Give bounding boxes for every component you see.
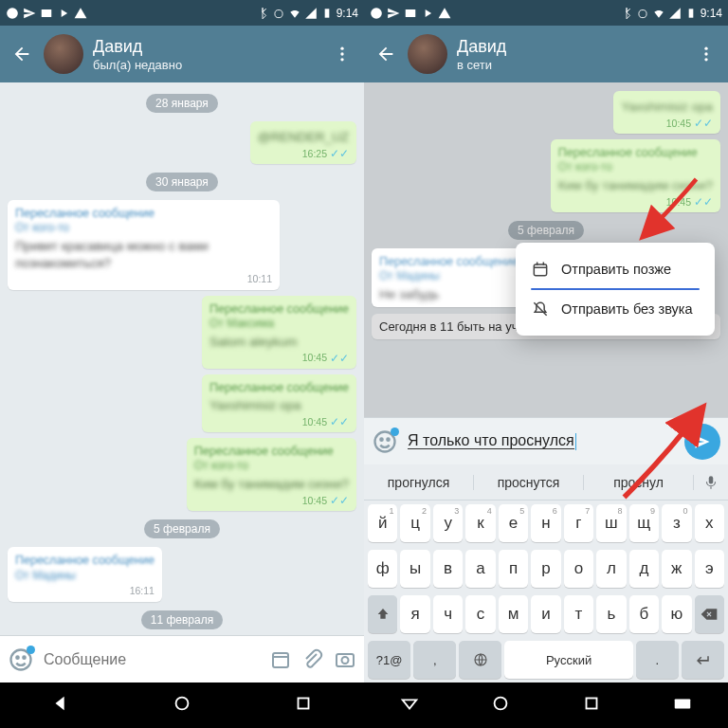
- key-comma[interactable]: ,: [413, 641, 456, 679]
- date-chip: 11 февраля: [8, 610, 356, 629]
- key-б[interactable]: б: [629, 595, 659, 633]
- key-shift[interactable]: [368, 595, 397, 633]
- mic-button[interactable]: [694, 474, 728, 491]
- key-ч[interactable]: ч: [433, 595, 463, 633]
- key-ц[interactable]: ц2: [400, 504, 429, 542]
- key-п[interactable]: п: [499, 550, 528, 588]
- chat-title[interactable]: Давид: [457, 37, 694, 57]
- svg-point-24: [380, 438, 382, 440]
- message-in[interactable]: Пересланное сообщениеОт Мадины16:11: [8, 547, 162, 601]
- bt-icon: [620, 7, 633, 20]
- chat-header: Давид в сети: [364, 26, 728, 82]
- compose-bar: [0, 635, 364, 682]
- chat-title[interactable]: Давид: [93, 37, 330, 57]
- key-е[interactable]: е5: [499, 504, 528, 542]
- message-input[interactable]: Я только что проснулся: [408, 432, 675, 450]
- clock: 9:14: [337, 7, 358, 20]
- suggestion[interactable]: проснутся: [474, 475, 584, 490]
- back-button[interactable]: [373, 44, 398, 64]
- key-space[interactable]: Русский: [504, 641, 632, 679]
- svg-point-25: [387, 438, 389, 440]
- key-с[interactable]: с: [465, 595, 495, 633]
- key-э[interactable]: э: [695, 550, 724, 588]
- key-ы[interactable]: ы: [400, 550, 429, 588]
- svg-rect-22: [534, 264, 546, 276]
- message-in[interactable]: Пересланное сообщениеОт МадиныНе забудь: [372, 248, 526, 306]
- signal-icon: [668, 7, 682, 20]
- avatar[interactable]: [44, 34, 83, 74]
- key-ь[interactable]: ь: [596, 595, 626, 633]
- read-icon: ✓✓: [694, 118, 713, 129]
- key-backspace[interactable]: [695, 595, 724, 633]
- nav-back[interactable]: [399, 693, 420, 718]
- nav-back[interactable]: [50, 693, 71, 718]
- key-ю[interactable]: ю: [662, 595, 691, 633]
- svg-point-20: [704, 52, 707, 55]
- key-н[interactable]: н6: [531, 504, 560, 542]
- key-з[interactable]: з0: [662, 504, 691, 542]
- suggestion[interactable]: прогнулся: [364, 475, 474, 490]
- svg-rect-11: [337, 654, 354, 666]
- key-ф[interactable]: ф: [368, 550, 397, 588]
- key-о[interactable]: о: [564, 550, 593, 588]
- message-out[interactable]: Yaxshimisiz opa10:45✓✓: [613, 91, 720, 134]
- key-я[interactable]: я: [400, 595, 429, 633]
- emoji-button[interactable]: [372, 428, 398, 455]
- phone-left: 9:14 Давид был(а) недавно 28 января @REN…: [0, 0, 364, 728]
- alarm-icon: [636, 7, 649, 20]
- key-period[interactable]: .: [636, 641, 679, 679]
- key-х[interactable]: х: [695, 504, 724, 542]
- message-out[interactable]: Пересланное сообщениеОт кого-тоКим бу та…: [551, 139, 720, 212]
- attach-button[interactable]: [301, 648, 324, 671]
- key-г[interactable]: г7: [564, 504, 593, 542]
- avatar[interactable]: [408, 34, 447, 74]
- key-к[interactable]: к4: [465, 504, 495, 542]
- suggestion[interactable]: проснул: [584, 475, 694, 490]
- send-later-item[interactable]: Отправить позже: [516, 250, 715, 288]
- nav-home[interactable]: [490, 693, 511, 718]
- nav-home[interactable]: [172, 693, 192, 718]
- message-out[interactable]: Пересланное сообщениеОт кого-тоКим бу та…: [187, 438, 356, 511]
- key-м[interactable]: м: [499, 595, 528, 633]
- key-в[interactable]: в: [433, 550, 463, 588]
- message-out[interactable]: Пересланное сообщениеYaxshimisiz opa10:4…: [202, 374, 356, 432]
- warn-icon: [74, 7, 87, 20]
- chat-status: был(а) недавно: [93, 58, 330, 72]
- key-symbols[interactable]: ?1@: [368, 641, 410, 679]
- chat-area[interactable]: 28 января @RENDER_UZ16:25✓✓ 30 января Пе…: [0, 82, 364, 635]
- key-щ[interactable]: щ9: [629, 504, 659, 542]
- key-у[interactable]: у3: [433, 504, 463, 542]
- menu-button[interactable]: [330, 45, 355, 64]
- key-р[interactable]: р: [531, 550, 560, 588]
- svg-rect-14: [299, 699, 309, 709]
- message-input[interactable]: [44, 651, 260, 668]
- message-out[interactable]: Пересланное сообщениеОт МаксимаSalom ale…: [202, 296, 356, 369]
- key-ж[interactable]: ж: [662, 550, 691, 588]
- emoji-button[interactable]: [8, 646, 34, 673]
- key-а[interactable]: а: [465, 550, 495, 588]
- key-й[interactable]: й1: [368, 504, 397, 542]
- camera-button[interactable]: [334, 648, 356, 671]
- message-out[interactable]: @RENDER_UZ16:25✓✓: [250, 121, 356, 164]
- nav-recent[interactable]: [581, 693, 602, 718]
- svg-rect-3: [324, 9, 329, 17]
- key-л[interactable]: л: [596, 550, 626, 588]
- nav-keyboard[interactable]: [672, 693, 693, 718]
- send-icon: [387, 7, 400, 20]
- key-т[interactable]: т: [564, 595, 593, 633]
- calendar-button[interactable]: [269, 648, 292, 671]
- send-button[interactable]: [684, 424, 720, 460]
- key-д[interactable]: д: [629, 550, 659, 588]
- back-button[interactable]: [9, 44, 34, 64]
- key-и[interactable]: и: [531, 595, 560, 633]
- date-chip: 28 января: [8, 94, 356, 113]
- read-icon: ✓✓: [330, 353, 349, 364]
- send-silent-item[interactable]: Отправить без звука: [516, 290, 715, 328]
- key-ш[interactable]: ш8: [596, 504, 626, 542]
- key-lang[interactable]: [459, 641, 501, 679]
- key-enter[interactable]: [682, 641, 724, 679]
- message-in[interactable]: Пересланное сообщениеОт кого-тоПривет кр…: [8, 200, 280, 290]
- read-icon: ✓✓: [330, 416, 349, 428]
- nav-recent[interactable]: [293, 693, 314, 718]
- menu-button[interactable]: [694, 45, 719, 64]
